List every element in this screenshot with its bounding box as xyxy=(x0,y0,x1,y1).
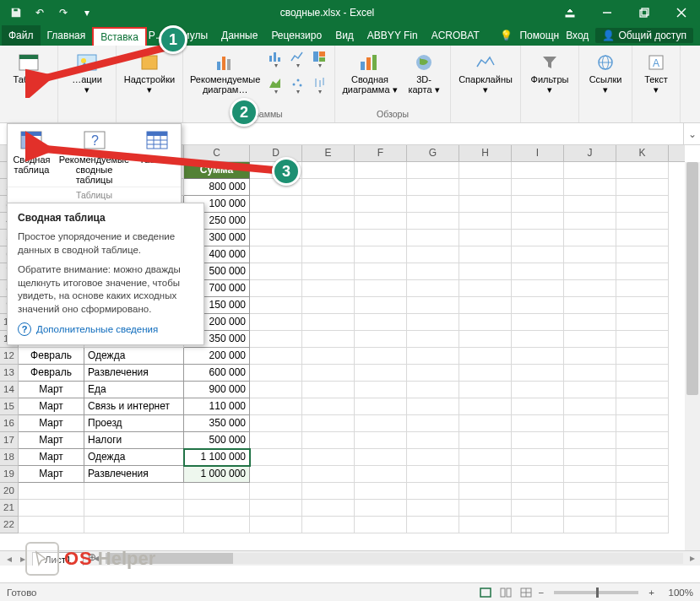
cell-B19[interactable]: Развлечения xyxy=(84,466,184,483)
tab-file[interactable]: Файл xyxy=(2,25,41,46)
cell-E20[interactable] xyxy=(302,483,355,500)
text-dropdown[interactable]: AТекст ▾ xyxy=(638,49,675,100)
cell-H20[interactable] xyxy=(459,483,512,500)
cell-I15[interactable] xyxy=(512,398,564,415)
cell-G3[interactable] xyxy=(407,196,459,213)
cell-D3[interactable] xyxy=(250,196,302,213)
cell-I8[interactable] xyxy=(512,280,564,297)
col-header-C[interactable]: C xyxy=(184,145,250,161)
cell-A22[interactable] xyxy=(19,517,84,533)
cell-K6[interactable] xyxy=(616,246,669,263)
cell-C1[interactable]: Сумма xyxy=(184,162,250,179)
cell-F9[interactable] xyxy=(355,297,407,314)
cell-B14[interactable]: Еда xyxy=(84,382,184,398)
cell-A19[interactable]: Март xyxy=(19,466,84,483)
restore-icon[interactable] xyxy=(626,0,663,25)
cell-J8[interactable] xyxy=(564,280,616,297)
cell-J3[interactable] xyxy=(564,196,616,213)
sparklines-dropdown[interactable]: Спарклайны ▾ xyxy=(456,49,515,100)
cell-I20[interactable] xyxy=(512,483,564,500)
cell-K8[interactable] xyxy=(616,280,669,297)
cell-I9[interactable] xyxy=(512,297,564,314)
row-header-20[interactable]: 20 xyxy=(0,483,19,500)
tooltip-more-link[interactable]: ? Дополнительные сведения xyxy=(18,322,193,336)
cell-E16[interactable] xyxy=(302,415,355,432)
row-header-17[interactable]: 17 xyxy=(0,432,19,449)
cell-B13[interactable]: Развлечения xyxy=(84,365,184,382)
cell-J11[interactable] xyxy=(564,331,616,348)
cell-G7[interactable] xyxy=(407,263,459,280)
cell-D22[interactable] xyxy=(250,517,302,533)
cell-A18[interactable]: Март xyxy=(19,449,84,466)
cell-J21[interactable] xyxy=(564,500,616,517)
cell-I13[interactable] xyxy=(512,365,564,382)
cell-B15[interactable]: Связь и интернет xyxy=(84,398,184,415)
cell-F12[interactable] xyxy=(355,348,407,365)
cell-C17[interactable]: 500 000 xyxy=(184,432,250,449)
cell-D17[interactable] xyxy=(250,432,302,449)
cell-E11[interactable] xyxy=(302,331,355,348)
cell-I17[interactable] xyxy=(512,432,564,449)
pivot-table-button[interactable]: Сводная таблица xyxy=(8,124,56,187)
cell-D5[interactable] xyxy=(250,230,302,246)
cell-D9[interactable] xyxy=(250,297,302,314)
cell-K21[interactable] xyxy=(616,500,669,517)
tables-dropdown[interactable]: Таблиц ▾ xyxy=(5,49,52,100)
chart-stock-icon[interactable] xyxy=(309,75,329,100)
cell-I12[interactable] xyxy=(512,348,564,365)
cell-F3[interactable] xyxy=(355,196,407,213)
cell-E1[interactable] xyxy=(302,162,355,179)
cell-I4[interactable] xyxy=(512,213,564,230)
chart-area-icon[interactable] xyxy=(265,75,285,100)
cell-J17[interactable] xyxy=(564,432,616,449)
cell-I22[interactable] xyxy=(512,517,564,533)
cell-D21[interactable] xyxy=(250,500,302,517)
cell-D18[interactable] xyxy=(250,449,302,466)
cell-J13[interactable] xyxy=(564,365,616,382)
cell-E18[interactable] xyxy=(302,449,355,466)
cell-K13[interactable] xyxy=(616,365,669,382)
cell-K2[interactable] xyxy=(616,179,669,196)
cell-E15[interactable] xyxy=(302,398,355,415)
cell-H11[interactable] xyxy=(459,331,512,348)
cell-E12[interactable] xyxy=(302,348,355,365)
cell-A12[interactable]: Февраль xyxy=(19,348,84,365)
cell-F11[interactable] xyxy=(355,331,407,348)
cell-G18[interactable] xyxy=(407,449,459,466)
cell-G6[interactable] xyxy=(407,246,459,263)
cell-H12[interactable] xyxy=(459,348,512,365)
cell-F14[interactable] xyxy=(355,382,407,398)
cell-G8[interactable] xyxy=(407,280,459,297)
cell-F1[interactable] xyxy=(355,162,407,179)
col-header-I[interactable]: I xyxy=(512,145,564,161)
cell-J20[interactable] xyxy=(564,483,616,500)
pivot-chart-dropdown[interactable]: Сводная диаграмма ▾ xyxy=(340,49,399,100)
vertical-scrollbar[interactable] xyxy=(685,162,700,550)
cell-H6[interactable] xyxy=(459,246,512,263)
cell-J4[interactable] xyxy=(564,213,616,230)
illustrations-dropdown[interactable]: …ации ▾ xyxy=(63,49,111,100)
cell-H18[interactable] xyxy=(459,449,512,466)
3d-map-dropdown[interactable]: 3D- карта ▾ xyxy=(403,49,445,100)
cell-A21[interactable] xyxy=(19,500,84,517)
chart-bar-icon[interactable] xyxy=(265,49,285,73)
cell-J10[interactable] xyxy=(564,314,616,331)
formula-expand-icon[interactable]: ⌄ xyxy=(683,123,700,144)
view-page-icon[interactable] xyxy=(497,586,515,599)
cell-G12[interactable] xyxy=(407,348,459,365)
cell-K1[interactable] xyxy=(616,162,669,179)
cell-I5[interactable] xyxy=(512,230,564,246)
cell-F8[interactable] xyxy=(355,280,407,297)
cell-F2[interactable] xyxy=(355,179,407,196)
cell-J22[interactable] xyxy=(564,517,616,533)
tab-review[interactable]: Рецензиро xyxy=(264,25,328,46)
zoom-level[interactable]: 100% xyxy=(658,587,693,598)
cell-G13[interactable] xyxy=(407,365,459,382)
view-break-icon[interactable] xyxy=(517,586,535,599)
cell-K4[interactable] xyxy=(616,213,669,230)
cell-H17[interactable] xyxy=(459,432,512,449)
cell-H21[interactable] xyxy=(459,500,512,517)
row-header-15[interactable]: 15 xyxy=(0,398,19,415)
cell-H1[interactable] xyxy=(459,162,512,179)
tab-home[interactable]: Главная xyxy=(41,25,93,46)
